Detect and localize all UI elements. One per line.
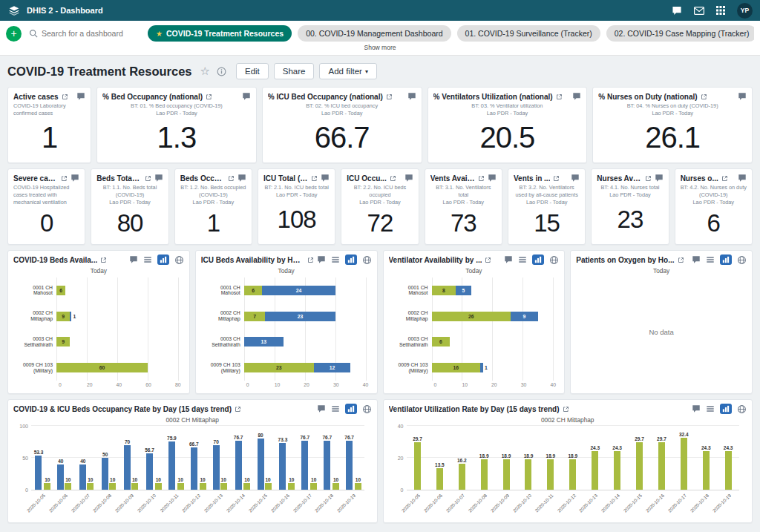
open-in-app-icon[interactable] <box>235 406 241 413</box>
open-in-app-icon[interactable] <box>307 257 314 263</box>
bar-segment[interactable]: 9 <box>56 337 70 347</box>
dashboard-chip[interactable]: 02. COVID-19 Case Mapping (Tracker) <box>606 25 754 42</box>
comments-icon[interactable] <box>655 174 664 183</box>
bar[interactable] <box>131 483 138 490</box>
bar-segment[interactable]: 1 <box>70 312 71 321</box>
bar-segment[interactable]: 12 <box>314 363 350 372</box>
bar[interactable] <box>288 483 295 490</box>
bar-segment[interactable]: 60 <box>56 363 148 372</box>
bar-segment[interactable]: 5 <box>456 286 471 295</box>
bar[interactable] <box>459 464 465 490</box>
bar[interactable] <box>279 443 286 490</box>
bar[interactable] <box>258 439 264 490</box>
bar[interactable] <box>155 483 162 490</box>
dashboard-search[interactable] <box>29 29 140 38</box>
new-dashboard-button[interactable]: + <box>6 26 22 42</box>
view-as-table-icon[interactable] <box>331 404 340 413</box>
dashboard-chip[interactable]: 01. COVID-19 Surveillance (Tracker) <box>457 25 600 42</box>
info-icon[interactable] <box>217 67 226 76</box>
bar-segment[interactable]: 9 <box>56 312 70 321</box>
bar-segment[interactable]: 23 <box>244 363 314 372</box>
open-in-app-icon[interactable] <box>311 175 318 182</box>
messages-icon[interactable] <box>672 6 682 16</box>
bar[interactable] <box>614 451 620 490</box>
bar-segment[interactable]: 7 <box>244 312 266 321</box>
open-in-app-icon[interactable] <box>100 257 107 263</box>
comments-icon[interactable] <box>76 92 85 101</box>
open-in-app-icon[interactable] <box>553 175 560 182</box>
bar[interactable] <box>146 453 153 490</box>
bar[interactable] <box>87 483 94 490</box>
bar-segment[interactable]: 23 <box>265 312 335 321</box>
open-in-app-icon[interactable] <box>61 175 68 182</box>
view-as-chart-icon[interactable] <box>345 254 357 265</box>
bar[interactable] <box>109 483 116 490</box>
star-dashboard-icon[interactable]: ☆ <box>200 65 210 78</box>
comments-icon[interactable] <box>488 174 497 183</box>
open-in-app-icon[interactable] <box>390 175 396 182</box>
open-in-app-icon[interactable] <box>701 93 707 100</box>
view-as-chart-icon[interactable] <box>532 254 544 265</box>
bar[interactable] <box>168 441 175 490</box>
bar[interactable] <box>301 441 308 490</box>
bar-segment[interactable]: 6 <box>56 286 65 295</box>
bar[interactable] <box>324 441 330 490</box>
comments-icon[interactable] <box>238 174 246 183</box>
comments-icon[interactable] <box>738 92 747 101</box>
open-in-app-icon[interactable] <box>228 175 235 182</box>
comments-icon[interactable] <box>571 174 580 183</box>
view-as-map-icon[interactable] <box>174 255 184 265</box>
comments-icon[interactable] <box>317 404 326 413</box>
bar[interactable] <box>436 468 443 490</box>
bar-segment[interactable]: 26 <box>432 312 511 321</box>
view-as-map-icon[interactable] <box>737 255 747 265</box>
bar[interactable] <box>220 483 227 490</box>
bar[interactable] <box>35 456 42 490</box>
bar-segment[interactable]: 6 <box>432 337 451 347</box>
comments-icon[interactable] <box>738 174 747 183</box>
bar[interactable] <box>177 483 184 490</box>
comments-icon[interactable] <box>407 92 416 101</box>
comments-icon[interactable] <box>71 174 79 183</box>
view-as-chart-icon[interactable] <box>720 404 732 414</box>
bar[interactable] <box>102 458 108 490</box>
comments-icon[interactable] <box>317 255 326 264</box>
open-in-app-icon[interactable] <box>556 93 563 100</box>
bar[interactable] <box>703 451 710 490</box>
bar[interactable] <box>481 459 488 490</box>
open-in-app-icon[interactable] <box>563 406 569 413</box>
bar[interactable] <box>57 464 64 490</box>
open-in-app-icon[interactable] <box>645 175 652 182</box>
open-in-app-icon[interactable] <box>145 175 151 182</box>
view-as-table-icon[interactable] <box>331 255 340 264</box>
bar[interactable] <box>525 459 531 490</box>
open-in-app-icon[interactable] <box>386 93 393 100</box>
bar[interactable] <box>592 451 598 490</box>
bar-segment[interactable]: 16 <box>432 363 481 372</box>
view-as-map-icon[interactable] <box>549 255 559 265</box>
view-as-chart-icon[interactable] <box>720 254 732 265</box>
dashboard-chip[interactable]: ★COVID-19 Treatment Resources <box>148 25 292 42</box>
view-as-map-icon[interactable] <box>737 404 747 414</box>
bar[interactable] <box>79 464 86 490</box>
bar[interactable] <box>547 459 554 490</box>
add-filter-button[interactable]: Add filter▾ <box>319 63 376 79</box>
bar[interactable] <box>235 441 242 490</box>
comments-icon[interactable] <box>129 255 138 264</box>
view-as-chart-icon[interactable] <box>157 254 169 265</box>
comments-icon[interactable] <box>692 255 701 264</box>
bar-segment[interactable]: 9 <box>511 312 538 321</box>
bar-segment[interactable]: 13 <box>244 337 284 347</box>
bar[interactable] <box>658 442 665 490</box>
show-more-button[interactable]: Show more <box>0 43 760 56</box>
bar[interactable] <box>191 447 197 490</box>
bar-segment[interactable]: 8 <box>432 286 456 295</box>
bar[interactable] <box>569 459 576 490</box>
search-input[interactable] <box>42 29 132 38</box>
user-avatar[interactable]: YP <box>737 3 753 19</box>
bar[interactable] <box>65 483 71 490</box>
bar-segment[interactable]: 1 <box>480 363 483 372</box>
open-in-app-icon[interactable] <box>62 93 68 100</box>
bar[interactable] <box>243 483 250 490</box>
comments-icon[interactable] <box>404 174 413 183</box>
